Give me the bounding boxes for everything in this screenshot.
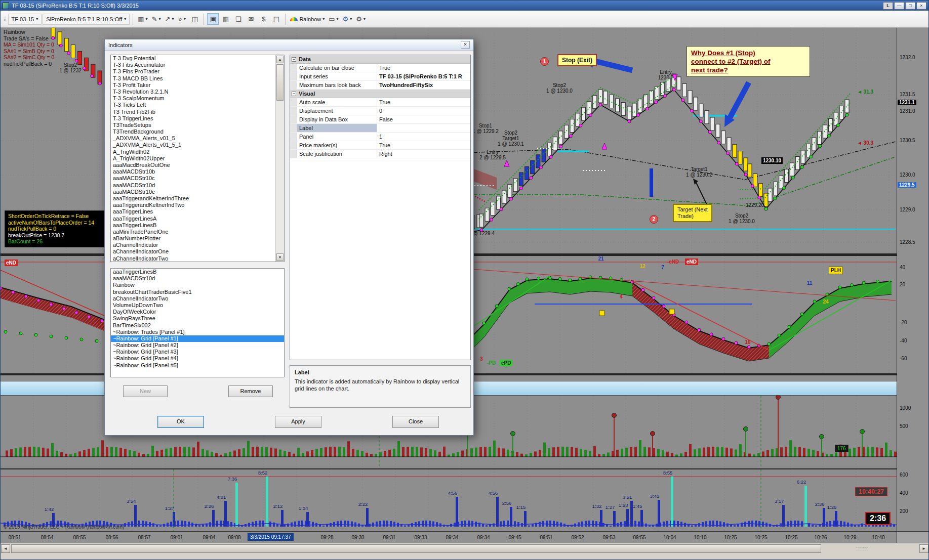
indicator-available-item[interactable]: T-3 Dvg Potential: [111, 55, 275, 62]
property-value[interactable]: Right: [377, 150, 470, 158]
dollar-icon[interactable]: $: [258, 13, 269, 25]
scrollbar-grip[interactable]: ::::::: [856, 545, 868, 551]
indicator-available-item[interactable]: aChannelIndicator: [111, 242, 275, 248]
property-category-row[interactable]: −Visual: [290, 90, 470, 98]
indicator-available-item[interactable]: aaMiniTradePanelOne: [111, 229, 275, 235]
indicator-configured-item[interactable]: ~Rainbow: Trades [Panel #1]: [111, 329, 284, 335]
available-indicators-list[interactable]: T-3 Dvg PotentialT-3 Fibs AccumulatorT-3…: [110, 55, 285, 262]
indicator-configured-item[interactable]: ~Rainbow: Grid [Panel #3]: [111, 349, 284, 355]
property-value[interactable]: False: [377, 115, 470, 123]
indicator-available-item[interactable]: T3 Trend Fib2Fib: [111, 109, 275, 115]
scroll-down-arrow-icon[interactable]: ▼: [276, 253, 284, 261]
indicator-available-item[interactable]: T-3 Ticks Left: [111, 102, 275, 108]
indicator-available-item[interactable]: T-3 Fibs Accumulator: [111, 62, 275, 68]
indicator-available-item[interactable]: aaaTriggerLinesA: [111, 216, 275, 222]
remove-button[interactable]: Remove: [228, 385, 273, 397]
indicator-available-item[interactable]: aBarNumberPlotter: [111, 235, 275, 242]
indicator-available-item[interactable]: T-3 Revolution 3.2.1.N: [111, 89, 275, 95]
indicator-configured-item[interactable]: ~Rainbow: Grid [Panel #5]: [111, 362, 284, 369]
minimize-button[interactable]: —: [894, 2, 904, 10]
indicator-available-item[interactable]: _ADXVMA_Alerts_v01_5_1: [111, 142, 275, 148]
list-scrollbar-thumb[interactable]: [276, 64, 284, 101]
property-row[interactable]: Maximum bars look backTwoHundredFiftySix: [290, 81, 470, 90]
indicator-configured-item[interactable]: ~Rainbow: Grid [Panel #1]: [111, 335, 284, 342]
indicator-available-item[interactable]: T-3 Fibs ProTrader: [111, 68, 275, 75]
indicator-available-item[interactable]: A_TrigWidth02Upper: [111, 155, 275, 162]
time-axis[interactable]: 08:5108:5408:5508:5608:5709:0109:0409:08…: [1, 531, 897, 543]
dialog-titlebar[interactable]: Indicators ✕: [105, 39, 473, 51]
trend-marker-icon[interactable]: ↗▾: [163, 13, 175, 25]
chart-properties-gear-icon[interactable]: ⚙▾: [341, 13, 354, 25]
property-value[interactable]: True: [377, 141, 470, 149]
indicator-configured-item[interactable]: aaaTriggerLinesB: [111, 269, 284, 275]
email-icon[interactable]: ✉: [245, 13, 257, 25]
scroll-up-arrow-icon[interactable]: ▲: [276, 56, 284, 63]
close-dialog-button[interactable]: Close: [392, 416, 439, 428]
property-row[interactable]: Price marker(s)True: [290, 141, 470, 150]
property-row[interactable]: Displacement0: [290, 107, 470, 115]
new-window-icon[interactable]: ❏: [232, 13, 244, 25]
close-button[interactable]: ×: [916, 2, 926, 10]
indicator-available-item[interactable]: aaaTriggerandKeltnerIndThree: [111, 195, 275, 202]
indicator-configured-item[interactable]: VolumeUpDownTwo: [111, 302, 284, 309]
indicator-configured-item[interactable]: breakoutChartTraderBasicFive1: [111, 289, 284, 295]
grid-icon[interactable]: ▦: [220, 13, 231, 25]
indicator-available-item[interactable]: T-3 TriggerLines: [111, 115, 275, 122]
property-row[interactable]: Input seriesTF 03-15 (SiProRenko B:5 T:1…: [290, 72, 470, 81]
indicator-available-item[interactable]: aaaTriggerLinesB: [111, 222, 275, 229]
indicator-available-item[interactable]: T3TrendBackground: [111, 128, 275, 135]
indicator-available-item[interactable]: aChannelIndicatorTwo: [111, 255, 275, 262]
ok-button[interactable]: OK: [157, 416, 204, 428]
panel-divider[interactable]: [1, 468, 897, 469]
instrument-selector[interactable]: TF 03-15 ▾: [8, 14, 42, 25]
dialog-close-icon[interactable]: ✕: [461, 41, 470, 49]
indicator-available-item[interactable]: T3TradeSetups: [111, 122, 275, 128]
property-row[interactable]: Auto scaleTrue: [290, 98, 470, 107]
list-scrollbar[interactable]: ▲ ▼: [275, 55, 284, 262]
indicator-available-item[interactable]: aChannelIndicatorOne: [111, 248, 275, 255]
indicator-available-item[interactable]: _ADXVMA_Alerts_v01_5: [111, 135, 275, 142]
indicator-configured-item[interactable]: ~Rainbow: Grid [Panel #4]: [111, 355, 284, 362]
monitor-icon[interactable]: ▭▾: [327, 13, 340, 25]
apply-button[interactable]: Apply: [275, 416, 321, 428]
indicator-configured-item[interactable]: aChannelIndicatorTwo: [111, 295, 284, 302]
property-value[interactable]: True: [377, 98, 470, 106]
window-titlebar[interactable]: TF 03-15 (SiProRenko B:5 T:1 R:10 S:Off)…: [1, 1, 928, 11]
strategy-gear-icon[interactable]: ⚙▾: [354, 13, 367, 25]
property-value[interactable]: 1: [377, 133, 470, 141]
indicator-configured-item[interactable]: ~Rainbow: Grid [Panel #2]: [111, 342, 284, 349]
indicator-configured-item[interactable]: SwingRaysThree: [111, 315, 284, 322]
property-row[interactable]: Panel1: [290, 133, 470, 141]
indicator-available-item[interactable]: aaaMACDStr10d: [111, 182, 275, 189]
property-value[interactable]: True: [377, 64, 470, 72]
property-row[interactable]: Scale justificationRight: [290, 150, 470, 158]
indicator-configured-item[interactable]: aaaMACDStr10d: [111, 275, 284, 282]
indicator-properties-grid[interactable]: −DataCalculate on bar closeTrueInput ser…: [290, 55, 471, 360]
indicator-configured-item[interactable]: BarTimeSix002: [111, 322, 284, 329]
indicator-available-item[interactable]: aaaTriggerandKeltnerIndTwo: [111, 202, 275, 208]
snapshot-icon[interactable]: ◫: [189, 13, 200, 25]
scroll-left-arrow-icon[interactable]: ◄: [1, 544, 10, 553]
property-category-row[interactable]: −Data: [290, 55, 470, 64]
zoom-icon[interactable]: ⌕▾: [176, 13, 188, 25]
indicator-available-item[interactable]: A_TrigWidth02: [111, 149, 275, 155]
series-selector[interactable]: SiProRenko B:5 T:1 R:10 S:Off ▾: [43, 14, 130, 25]
indicator-available-item[interactable]: T-3 Profit Taker: [111, 82, 275, 89]
property-value[interactable]: 0: [377, 107, 470, 115]
indicator-available-item[interactable]: T-3 MACD BB Lines: [111, 75, 275, 82]
instrument-link-button[interactable]: L: [883, 2, 893, 10]
indicator-available-item[interactable]: aaaMACDStr10c: [111, 175, 275, 182]
chart-style-icon[interactable]: ▥▾: [136, 13, 149, 25]
property-row[interactable]: Calculate on bar closeTrue: [290, 64, 470, 72]
maximize-button[interactable]: □: [905, 2, 915, 10]
collapse-icon[interactable]: −: [292, 57, 296, 62]
horizontal-scrollbar[interactable]: ◄ :::::: ►: [1, 543, 929, 560]
indicator-available-item[interactable]: T-3 ScalpMomentum: [111, 95, 275, 102]
databox-icon[interactable]: ▤: [270, 13, 282, 25]
indicator-available-item[interactable]: aaaTriggerLines: [111, 208, 275, 215]
new-button[interactable]: New: [123, 385, 168, 397]
bar-timer-panel-chart[interactable]: [1, 469, 897, 531]
indicator-configured-item[interactable]: DayOfWeekColor: [111, 309, 284, 315]
configured-indicators-list[interactable]: aaaTriggerLinesBaaaMACDStr10dRainbowbrea…: [110, 268, 285, 377]
scrollbar-thumb[interactable]: [11, 544, 821, 553]
